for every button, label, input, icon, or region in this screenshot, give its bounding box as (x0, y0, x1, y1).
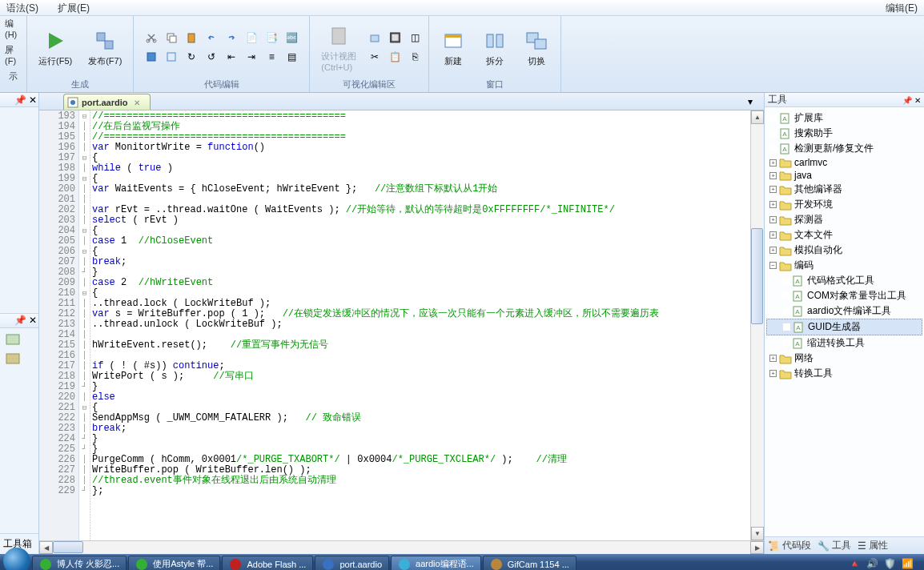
ribbon-stub-3[interactable]: 示 (9, 70, 18, 82)
undo-icon[interactable] (203, 29, 220, 46)
close-icon[interactable]: ✕ (29, 315, 37, 326)
taskbar-item[interactable]: 使用Astyle 帮... (128, 556, 220, 571)
sidebar-icon-2[interactable] (5, 352, 34, 365)
tray-icon-1[interactable]: 🔺 (849, 558, 862, 571)
design-view-button: 设计视图 (Ctrl+U) (315, 20, 363, 75)
app-icon (490, 558, 503, 571)
app-icon (135, 558, 148, 571)
sidebar-icon-1[interactable] (5, 333, 34, 346)
pin-icon[interactable]: 📌 (14, 315, 26, 326)
fold-column[interactable]: ⊟ │ │ │ ⊟ │ ⊟ │ │ │ │ ⊟ │ ⊟ │ ┘ │ ⊟ │ │ … (79, 110, 90, 540)
cut-icon[interactable] (143, 29, 160, 46)
tree-item[interactable]: A代码格式化工具 (766, 273, 922, 288)
tray-icon-4[interactable]: 📶 (902, 558, 914, 571)
tree-item[interactable]: +文本文件 (766, 227, 922, 243)
svg-rect-13 (445, 34, 461, 38)
menu-syntax[interactable]: 语法(S) (3, 0, 42, 15)
run-button[interactable]: 运行(F5) (32, 25, 78, 70)
tools-tree[interactable]: A扩展库A搜索助手A检测更新/修复文件+carlmvc+java+其他编译器+开… (765, 107, 924, 536)
app-icon (398, 558, 411, 571)
toolbar-icon-3[interactable]: 🔤 (283, 29, 300, 46)
tree-item[interactable]: +网络 (766, 351, 922, 366)
paste-icon[interactable] (183, 29, 200, 46)
svg-rect-14 (487, 34, 493, 47)
svg-point-42 (399, 559, 410, 570)
pin-icon[interactable]: 📌 (14, 94, 26, 106)
toolbar-icon-4[interactable] (143, 48, 160, 66)
tree-item[interactable]: +开发环境 (766, 197, 922, 212)
taskbar-item[interactable]: Adobe Flash ... (222, 556, 313, 571)
new-window-button[interactable]: 新建 (434, 25, 472, 70)
horizontal-scrollbar[interactable]: ◀ ▶ (39, 540, 764, 554)
svg-rect-7 (188, 34, 195, 42)
tab-list-dropdown[interactable]: ▾ (748, 96, 759, 107)
tab-port-aardio[interactable]: port.aardio ✕ (63, 94, 151, 110)
vis-icon-3[interactable]: ◫ (406, 29, 424, 46)
tree-item[interactable]: +转换工具 (766, 366, 922, 381)
tray-icon-2[interactable]: 🔊 (866, 558, 879, 571)
vis-icon-6[interactable]: ⎘ (406, 48, 424, 66)
tools-panel: 工具 📌 ✕ A扩展库A搜索助手A检测更新/修复文件+carlmvc+java+… (764, 93, 924, 554)
close-icon[interactable]: ✕ (29, 94, 37, 106)
vis-icon-1[interactable] (366, 29, 384, 46)
switch-icon (524, 28, 549, 54)
toolbar-icon-2[interactable]: 📑 (263, 29, 280, 46)
svg-rect-15 (496, 34, 503, 47)
app-icon (229, 558, 242, 571)
close-icon[interactable]: ✕ (914, 96, 921, 105)
svg-point-21 (70, 100, 75, 105)
svg-rect-17 (535, 39, 546, 49)
toolbar-icon-9[interactable]: ▤ (283, 48, 300, 66)
menu-edit[interactable]: 编辑(E) (882, 0, 921, 15)
tray-icon-3[interactable]: 🛡️ (884, 558, 897, 571)
toolbar-icon-5[interactable] (163, 48, 180, 66)
tree-item[interactable]: A扩展库 (766, 110, 922, 126)
tree-item[interactable]: −编码 (766, 258, 922, 273)
vis-icon-5[interactable]: 📋 (386, 48, 404, 66)
taskbar-item[interactable]: GifCam 1154 ... (483, 556, 576, 571)
ribbon-stub-2[interactable]: 屏(F) (5, 44, 22, 66)
publish-button[interactable]: 发布(F7) (82, 25, 128, 70)
toolbar-icon-8[interactable]: ≡ (263, 48, 280, 66)
tree-item[interactable]: +探测器 (766, 212, 922, 227)
tree-item[interactable]: A缩进转换工具 (766, 335, 922, 351)
code-editor[interactable]: 193 194 195 196 197 198 199 200 201 202 … (39, 110, 764, 540)
panel-title: 工具 (768, 93, 787, 106)
svg-rect-10 (332, 28, 345, 44)
tree-item[interactable]: +模拟自动化 (766, 243, 922, 258)
toolbar-icon-6[interactable]: ↻ (183, 48, 200, 66)
tab-close-icon[interactable]: ✕ (134, 98, 142, 106)
tree-item[interactable]: A搜索助手 (766, 126, 922, 141)
taskbar-item[interactable]: port.aardio (315, 556, 389, 571)
toolbar-icon-7[interactable]: ↺ (203, 48, 220, 66)
tree-item[interactable]: +java (766, 169, 922, 182)
tree-item[interactable]: ACOM对象常量导出工具 (766, 288, 922, 303)
panel-tab-props[interactable]: ☰属性 (858, 539, 888, 552)
taskbar-item[interactable]: 博人传 火影忍... (32, 556, 127, 571)
pin-icon[interactable]: 📌 (902, 96, 912, 105)
code-content[interactable]: //======================================… (90, 110, 750, 540)
panel-tab-code[interactable]: 📜代码段 (768, 539, 811, 552)
tree-item[interactable]: Aaardio文件编译工具 (766, 303, 922, 319)
vertical-scrollbar[interactable]: ▲ ▼ (750, 110, 764, 540)
tree-item[interactable]: +其他编译器 (766, 182, 922, 197)
menu-extensions[interactable]: 扩展(E) (54, 0, 93, 15)
switch-button[interactable]: 切换 (517, 25, 556, 70)
svg-text:A: A (782, 115, 787, 122)
toolbar-icon-1[interactable]: 📄 (243, 29, 260, 46)
svg-text:A: A (782, 130, 787, 138)
split-button[interactable]: 拆分 (476, 25, 514, 70)
panel-tab-tools[interactable]: 🔧工具 (818, 539, 851, 552)
vis-icon-4[interactable]: ✂ (366, 48, 384, 66)
tree-item[interactable]: AGUID生成器 (766, 319, 922, 335)
taskbar-item[interactable]: aardio编程语... (391, 556, 481, 571)
indent-left-icon[interactable]: ⇤ (223, 48, 240, 66)
ribbon-stub-1[interactable]: 编(H) (5, 18, 22, 39)
vis-icon-2[interactable]: 🔲 (386, 29, 404, 46)
indent-right-icon[interactable]: ⇥ (243, 48, 260, 66)
app-icon (39, 558, 52, 571)
tree-item[interactable]: A检测更新/修复文件 (766, 141, 922, 156)
copy-icon[interactable] (163, 29, 180, 46)
redo-icon[interactable] (223, 29, 240, 46)
tree-item[interactable]: +carlmvc (766, 156, 922, 169)
